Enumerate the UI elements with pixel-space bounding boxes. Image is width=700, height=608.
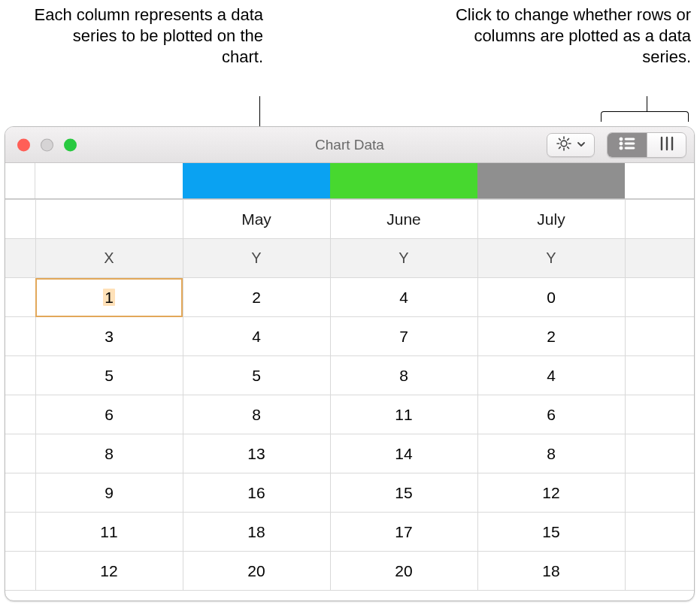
row-gutter: [5, 552, 35, 591]
data-cell-x[interactable]: 5: [35, 356, 183, 395]
data-cell-x[interactable]: 12: [35, 552, 183, 591]
row-pad: [625, 317, 695, 356]
gear-icon: [556, 135, 572, 155]
data-cell-x[interactable]: 8: [35, 434, 183, 473]
data-cell-x[interactable]: 3: [35, 317, 183, 356]
data-cell[interactable]: 5: [183, 356, 330, 395]
data-cell[interactable]: 11: [330, 395, 477, 434]
data-cell[interactable]: 0: [477, 278, 625, 317]
axis-label-y1[interactable]: Y: [183, 239, 330, 278]
data-cell-x[interactable]: 9: [35, 473, 183, 513]
table-row: 5 5 8 4: [5, 356, 695, 395]
row-gutter: [5, 239, 35, 278]
table-row: 12 20 20 18: [5, 552, 695, 591]
data-cell[interactable]: 15: [477, 513, 625, 552]
row-gutter: [5, 356, 35, 395]
svg-point-0: [561, 141, 567, 147]
settings-popup-button[interactable]: [547, 133, 595, 157]
svg-line-7: [559, 147, 560, 148]
series-header-row: May June July: [5, 200, 695, 239]
svg-point-11: [620, 147, 623, 150]
data-cell[interactable]: 7: [330, 317, 477, 356]
table-row: 1 2 4 0: [5, 278, 695, 317]
callout-bracket-stem: [647, 96, 647, 111]
data-cell[interactable]: 13: [183, 434, 330, 473]
svg-point-10: [620, 142, 623, 145]
data-cell[interactable]: 2: [477, 317, 625, 356]
data-cell[interactable]: 4: [183, 317, 330, 356]
callout-bracket: [601, 111, 689, 122]
data-cell[interactable]: 8: [330, 356, 477, 395]
svg-line-8: [568, 138, 569, 140]
minimize-button[interactable]: [41, 138, 53, 151]
row-gutter: [5, 317, 35, 356]
series-color-july[interactable]: [477, 163, 625, 198]
svg-line-6: [568, 147, 569, 148]
row-gutter: [5, 395, 35, 434]
callout-series-columns: Each column represents a data series to …: [30, 5, 263, 68]
table-row: 3 4 7 2: [5, 317, 695, 356]
svg-rect-13: [625, 143, 635, 144]
row-pad: [625, 395, 695, 434]
data-cell[interactable]: 8: [477, 434, 625, 473]
close-button[interactable]: [17, 138, 30, 151]
series-header-may[interactable]: May: [183, 200, 330, 239]
table-row: 8 13 14 8: [5, 434, 695, 473]
window-traffic-lights: [17, 138, 77, 151]
x-header-blank[interactable]: [35, 200, 183, 239]
row-pad: [625, 356, 695, 395]
row-pad: [625, 473, 695, 513]
data-cell[interactable]: 4: [330, 278, 477, 317]
data-cell[interactable]: 12: [477, 473, 625, 513]
data-cell[interactable]: 8: [183, 395, 330, 434]
header-pad: [625, 200, 695, 239]
svg-rect-14: [625, 147, 635, 149]
data-cell[interactable]: 17: [330, 513, 477, 552]
rows-icon: [617, 136, 637, 154]
data-cell-x[interactable]: 1: [35, 278, 183, 317]
series-header-june[interactable]: June: [330, 200, 477, 239]
data-cell[interactable]: 16: [183, 473, 330, 513]
chart-data-table: May June July X Y Y Y 1 2: [5, 199, 695, 591]
columns-icon: [658, 135, 676, 155]
data-cell[interactable]: 15: [330, 473, 477, 513]
data-cell[interactable]: 4: [477, 356, 625, 395]
row-gutter: [5, 200, 35, 239]
row-pad: [625, 278, 695, 317]
color-strip-gutter: [5, 163, 35, 198]
window-titlebar: Chart Data: [5, 127, 694, 163]
color-strip-x-blank: [35, 163, 183, 198]
data-cell[interactable]: 20: [183, 552, 330, 591]
series-color-may[interactable]: [183, 163, 330, 198]
data-cell[interactable]: 18: [477, 552, 625, 591]
row-gutter: [5, 473, 35, 513]
plot-rows-button[interactable]: [608, 133, 647, 157]
data-cell-x[interactable]: 6: [35, 395, 183, 434]
table-row: 11 18 17 15: [5, 513, 695, 552]
axis-label-row: X Y Y Y: [5, 239, 695, 278]
data-cell[interactable]: 6: [477, 395, 625, 434]
row-gutter: [5, 278, 35, 317]
row-pad: [625, 552, 695, 591]
chevron-down-icon: [577, 138, 586, 152]
data-cell-x[interactable]: 11: [35, 513, 183, 552]
svg-point-9: [620, 138, 623, 141]
series-color-june[interactable]: [330, 163, 477, 198]
axis-label-y2[interactable]: Y: [330, 239, 477, 278]
series-header-july[interactable]: July: [477, 200, 625, 239]
svg-rect-12: [625, 138, 635, 140]
axis-label-y3[interactable]: Y: [477, 239, 625, 278]
zoom-button[interactable]: [64, 138, 77, 151]
data-cell[interactable]: 18: [183, 513, 330, 552]
axis-pad: [625, 239, 695, 278]
row-pad: [625, 434, 695, 473]
data-cell[interactable]: 14: [330, 434, 477, 473]
svg-line-5: [559, 138, 560, 140]
axis-label-x[interactable]: X: [35, 239, 183, 278]
color-strip-pad: [625, 163, 695, 198]
data-cell[interactable]: 2: [183, 278, 330, 317]
data-cell[interactable]: 20: [330, 552, 477, 591]
row-gutter: [5, 513, 35, 552]
plot-columns-button[interactable]: [647, 133, 686, 157]
row-gutter: [5, 434, 35, 473]
